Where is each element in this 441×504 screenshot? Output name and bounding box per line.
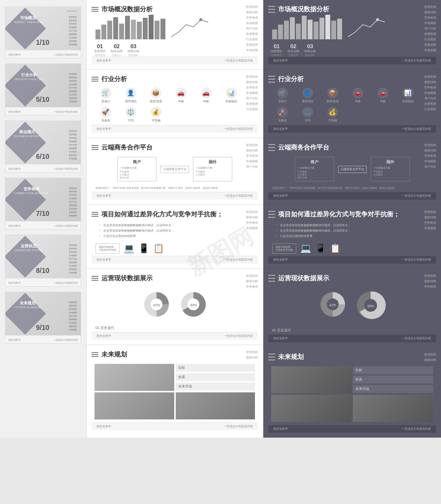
competitive-icons-row: 获取市场优势与竞争对手抗衡 💻 📱 📋 [92, 241, 258, 256]
thumb-title-4-cn: 竞争格局 [14, 187, 48, 192]
footer-right-r6: 一些适合介绍该页内容 [402, 427, 431, 431]
tablet-icon-dark: 📱 [315, 243, 326, 254]
thumb-title-1-en: MARKET OVERVIEW [14, 21, 42, 24]
slide-thumb-2[interactable]: 行业分析 INDUSTRY ANALYSIS 投资机构 股权结构 竞争格局 市场… [5, 63, 81, 116]
menu-icon-5 [92, 276, 98, 281]
icon-r-8: ⚖️ 可司 [296, 107, 318, 123]
car-icon-1: 🚗 [176, 88, 187, 98]
photo-dark-3 [353, 395, 433, 422]
nav-panel-r2: 投资机构 股权结构 竞争格局 市场规模 用户分析 发展预测 行业现状 [424, 75, 436, 112]
icon-r-6: 📊 交易稳定 [397, 88, 419, 104]
stats-row-1: 01 业绩增长 近5年复合 02 知名品牌 市场占比 03 销售比较 同比增长 [92, 43, 258, 57]
footer-right-r5: 一些适合介绍该页内容 [402, 336, 431, 341]
footer-2: 您好业务学 一些适合介绍该页内容 [92, 125, 258, 133]
pie-chart-1: 42% [142, 290, 171, 319]
thumb-footer-right-3: 一些适合介绍该页内容 [53, 167, 78, 170]
section-title-r5: 运营现状数据展示 [278, 274, 329, 283]
chart-icon-dark: 📊 [403, 88, 413, 98]
svg-point-7 [376, 18, 379, 21]
photo-3 [176, 392, 255, 419]
competitive-icons-row-dark: 获取市场优势与竞争对手抗衡 💻 📱 📋 [268, 241, 436, 256]
footer-left-r1: 您好业务学 [273, 59, 288, 63]
photo-dark-1 [271, 366, 351, 393]
icon-item-7: 🚀 百新多 [94, 107, 117, 123]
icon-item-3: 📦 货源 货源 [145, 88, 167, 104]
pie-charts-dark: 42% 30% [268, 285, 436, 326]
icon-item-6: 📊 交易稳定 [220, 88, 242, 104]
chart-icon: 📊 [226, 88, 237, 98]
menu-icon-r6 [268, 354, 275, 360]
photo-2 [94, 392, 174, 419]
section-title-2: 行业分析 [101, 75, 127, 84]
thumb-footer-left-5: 您好业务学 [8, 281, 21, 284]
money-icon: 💰 [151, 107, 161, 118]
biz-content: 该项目探究了，000%市场行业竞争现状，航冲行行价值链路分析，销售行行形式，提高… [92, 184, 258, 192]
section-title-r6: 未来规划 [278, 353, 304, 361]
menu-icon-r2 [268, 76, 275, 83]
footer-left-r2: 您好业务学 [273, 127, 288, 131]
thumb-footer-left-3: 您好业务学 [8, 167, 21, 170]
slide-thumb-3[interactable]: 商业模式 BUSINESS MODEL 投资机构 股权结构 竞争格局 市场规模 … [5, 120, 81, 173]
slide-thumb-1[interactable]: 市场概况 MARKET OVERVIEW 投资机构 股权结构 竞争格局 市场规模… [5, 6, 81, 59]
clipboard-icon: 📋 [153, 243, 164, 254]
section-title-3: 云端商务合作平台 [101, 143, 153, 152]
thumb-footer-left-6: 您好业务学 [8, 338, 21, 341]
car-icon-dark-1: 🚗 [352, 88, 363, 98]
thumb-footer-right-5: 一些适合介绍该页内容 [53, 281, 78, 284]
footer-r2: 您好业务学 一些适合介绍该页内容 [268, 125, 436, 133]
menu-icon-r5 [268, 275, 275, 282]
goal-label: 目标 [176, 364, 255, 372]
footer-left-5: 您好业务学 [96, 334, 111, 338]
laptop-icon-dark: 💻 [300, 243, 311, 254]
pie-chart-dark-1: 42% [318, 290, 347, 322]
main-layout: 市场概况 MARKET OVERVIEW 投资机构 股权结构 竞争格局 市场规模… [0, 0, 441, 438]
svg-point-0 [199, 18, 202, 21]
package-icon: 📦 [151, 88, 161, 98]
section-competitive-dark: 项目如何通过差异化方式与竞争对手抗衡； 投资机构 股权结构 竞争格局 市场规模 … [263, 205, 441, 269]
line-chart-r1 [348, 15, 387, 39]
nav-panel-1: 投资机构 股权结构 竞争格局 市场规模 用户分析 发展预测 行业现状 发展趋势 … [246, 5, 258, 53]
pie-svg-dark-1: 42% [318, 290, 347, 319]
svg-text:42%: 42% [153, 303, 159, 307]
svg-text:30%: 30% [189, 303, 196, 307]
nav-panel-3: 投资机构 股权结构 竞争格局 市场规模 用户分析 [246, 143, 258, 169]
icon-r-9: 💰 可营融 [321, 107, 344, 123]
package-icon-dark: 📦 [327, 88, 338, 98]
market-label: 未来市场 [176, 383, 255, 390]
thumb-title-2-cn: 行业分析 [14, 73, 43, 78]
competitive-label: 获取市场优势与竞争对手抗衡 [95, 243, 120, 254]
menu-icon-2 [92, 77, 98, 82]
scale-icon-dark: ⚖️ [302, 107, 313, 118]
pie-svg-2: 30% [179, 290, 208, 319]
footer-6: 您好业务学 一些适合介绍该页内容 [92, 422, 258, 430]
footer-left-1: 您好业务学 [96, 59, 111, 63]
icon-r-1: 🛒 货源少 [271, 88, 293, 104]
rocket-icon-dark: 🚀 [277, 107, 288, 118]
section-operations: 运营现状数据展示 投资机构 股权结构 竞争格局 42% [87, 269, 263, 345]
section-future: 未来规划 投资机构 股权结构 目标 发展 未来市场 您好业务学 一些适合介绍该页… [87, 345, 263, 435]
footer-5: 您好业务学 一些适合介绍该页内容 [92, 332, 258, 340]
biz-box-merchant: 商户 一比较解决方案 产品服务大众解决相关分析 [117, 157, 157, 181]
section-competitive: 项目如何通过差异化方式与竞争对手抗衡； 投资机构 股权结构 竞争格局 市场规模 … [87, 205, 263, 269]
thumb-title-6-cn: 未来规划 [14, 301, 41, 306]
menu-icon-r3 [268, 144, 275, 151]
section-ops-dark: 运营现状数据展示 投资机构 股权结构 竞争格局 42% [263, 269, 441, 348]
stat-num-01: 01 [97, 43, 103, 49]
platform-center-dark: 云端商务合作平台 [338, 166, 367, 173]
nav-panel-r1: 投资机构 股权结构 竞争格局 市场规模 用户分析 发展预测 行业现状 发展趋势 … [424, 5, 436, 53]
slide-thumb-5[interactable]: 运营状态 OPERATION STATUS 投资机构 股权结构 竞争格局 市场规… [5, 235, 81, 287]
footer-right-3: 一些适合介绍该页内容 [223, 194, 253, 198]
slide-thumb-4[interactable]: 竞争格局 COMPETITIVE ANALYSIS 投资机构 股权结构 竞争格局… [5, 178, 81, 230]
thumb-footer-right-4: 一些适合介绍该页内容 [53, 224, 78, 227]
thumb-page-3: 6/10 [36, 152, 49, 160]
section-market-overview: 市场概况数据分析 投资机构 股权结构 竞争格局 市场规模 用户分析 发展预测 行… [87, 0, 263, 70]
footer-right-r1: 一些适合介绍该页内容 [402, 59, 431, 63]
bullet-list-r4: 在这里添加加密被被解解被解体内描述，以说明本文； 在这里添加加密被被解解被解体内… [268, 221, 436, 241]
thumb-title-3-en: BUSINESS MODEL [14, 135, 39, 138]
right-panel: 市场概况数据分析 投资机构 股权结构 竞争格局 市场规模 用户分析 发展预测 行… [263, 0, 441, 438]
biz-content-dark: 该项目探究了，000%市场行业竞争现状，航冲行行价值链路分析，销售行行形式，提高… [268, 184, 436, 192]
line-chart-1 [171, 15, 211, 39]
slide-thumb-6[interactable]: 未来规划 FUTURE PLANNING 投资机构 股权结构 竞争格局 市场规模… [5, 292, 81, 344]
stats-row-r1: 01 业绩增长 近5年复合 02 知名品牌 市场占比 03 销售比较 同比增长 [268, 43, 436, 57]
thumb-page-2: 5/10 [36, 95, 49, 103]
